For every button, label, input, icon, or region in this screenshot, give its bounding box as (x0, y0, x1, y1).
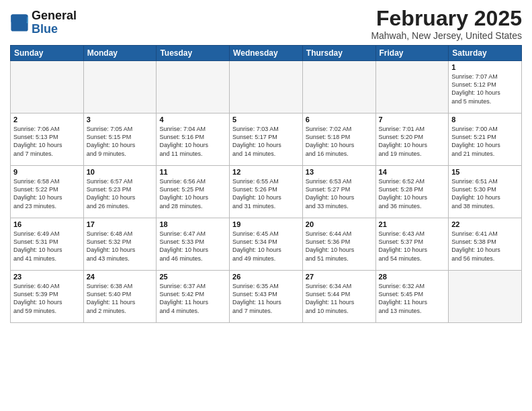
day-number: 21 (379, 220, 446, 228)
calendar-day: 10Sunrise: 6:57 AM Sunset: 5:23 PM Dayli… (83, 166, 157, 218)
day-number: 10 (87, 168, 154, 176)
day-info: Sunrise: 6:34 AM Sunset: 5:44 PM Dayligh… (306, 282, 373, 315)
calendar-day: 23Sunrise: 6:40 AM Sunset: 5:39 PM Dayli… (11, 271, 84, 323)
day-number: 6 (306, 116, 373, 124)
day-number: 22 (451, 220, 519, 228)
calendar-day: 8Sunrise: 7:00 AM Sunset: 5:21 PM Daylig… (449, 113, 522, 166)
logo-general: General (32, 9, 77, 22)
logo-icon (10, 13, 29, 32)
calendar-day: 28Sunrise: 6:32 AM Sunset: 5:45 PM Dayli… (375, 271, 449, 323)
calendar-table: Sunday Monday Tuesday Wednesday Thursday… (10, 45, 522, 323)
day-info: Sunrise: 7:02 AM Sunset: 5:18 PM Dayligh… (306, 125, 373, 158)
day-info: Sunrise: 7:01 AM Sunset: 5:20 PM Dayligh… (379, 125, 446, 158)
svg-rect-2 (11, 14, 27, 23)
day-number: 5 (232, 116, 300, 124)
day-info: Sunrise: 6:58 AM Sunset: 5:22 PM Dayligh… (13, 177, 81, 210)
col-thursday: Thursday (302, 46, 375, 61)
day-number: 2 (13, 116, 81, 124)
col-friday: Friday (375, 46, 449, 61)
calendar-day: 11Sunrise: 6:56 AM Sunset: 5:25 PM Dayli… (157, 166, 230, 218)
col-saturday: Saturday (449, 46, 522, 61)
col-tuesday: Tuesday (157, 46, 230, 61)
day-info: Sunrise: 6:37 AM Sunset: 5:42 PM Dayligh… (159, 282, 226, 315)
day-number: 24 (87, 273, 154, 281)
day-info: Sunrise: 6:48 AM Sunset: 5:32 PM Dayligh… (87, 230, 154, 263)
col-monday: Monday (83, 46, 157, 61)
day-number: 20 (306, 220, 373, 228)
calendar-day: 12Sunrise: 6:55 AM Sunset: 5:26 PM Dayli… (230, 166, 303, 218)
day-number: 25 (159, 273, 226, 281)
calendar-day: 18Sunrise: 6:47 AM Sunset: 5:33 PM Dayli… (157, 218, 230, 271)
logo-text: General Blue (32, 9, 77, 36)
calendar-day: 16Sunrise: 6:49 AM Sunset: 5:31 PM Dayli… (11, 218, 84, 271)
day-info: Sunrise: 6:38 AM Sunset: 5:40 PM Dayligh… (87, 282, 154, 315)
calendar-day (230, 61, 303, 113)
day-number: 14 (379, 168, 446, 176)
calendar-day: 15Sunrise: 6:51 AM Sunset: 5:30 PM Dayli… (449, 166, 522, 218)
logo-blue: Blue (32, 22, 58, 36)
day-info: Sunrise: 7:04 AM Sunset: 5:16 PM Dayligh… (159, 125, 226, 158)
day-info: Sunrise: 6:35 AM Sunset: 5:43 PM Dayligh… (232, 282, 300, 315)
calendar-day: 1Sunrise: 7:07 AM Sunset: 5:12 PM Daylig… (449, 61, 522, 113)
day-info: Sunrise: 6:47 AM Sunset: 5:33 PM Dayligh… (159, 230, 226, 263)
day-number: 8 (451, 116, 519, 124)
day-info: Sunrise: 6:32 AM Sunset: 5:45 PM Dayligh… (379, 282, 446, 315)
calendar-day (449, 271, 522, 323)
calendar-day: 13Sunrise: 6:53 AM Sunset: 5:27 PM Dayli… (302, 166, 375, 218)
calendar-week-1: 1Sunrise: 7:07 AM Sunset: 5:12 PM Daylig… (11, 61, 522, 113)
day-info: Sunrise: 7:05 AM Sunset: 5:15 PM Dayligh… (87, 125, 154, 158)
day-number: 3 (87, 116, 154, 124)
calendar-day: 25Sunrise: 6:37 AM Sunset: 5:42 PM Dayli… (157, 271, 230, 323)
col-sunday: Sunday (11, 46, 84, 61)
day-info: Sunrise: 7:03 AM Sunset: 5:17 PM Dayligh… (232, 125, 300, 158)
calendar-header-row: Sunday Monday Tuesday Wednesday Thursday… (11, 46, 522, 61)
calendar-day: 2Sunrise: 7:06 AM Sunset: 5:13 PM Daylig… (11, 113, 84, 166)
day-info: Sunrise: 6:57 AM Sunset: 5:23 PM Dayligh… (87, 177, 154, 210)
col-wednesday: Wednesday (230, 46, 303, 61)
day-info: Sunrise: 6:44 AM Sunset: 5:36 PM Dayligh… (306, 230, 373, 263)
logo: General Blue (10, 9, 77, 36)
day-info: Sunrise: 6:56 AM Sunset: 5:25 PM Dayligh… (159, 177, 226, 210)
header: General Blue February 2025 Mahwah, New J… (10, 7, 522, 41)
day-number: 19 (232, 220, 300, 228)
calendar-week-2: 2Sunrise: 7:06 AM Sunset: 5:13 PM Daylig… (11, 113, 522, 166)
day-info: Sunrise: 6:40 AM Sunset: 5:39 PM Dayligh… (13, 282, 81, 315)
day-info: Sunrise: 6:41 AM Sunset: 5:38 PM Dayligh… (451, 230, 519, 263)
calendar-day (11, 61, 84, 113)
day-number: 26 (232, 273, 300, 281)
day-number: 23 (13, 273, 81, 281)
day-number: 27 (306, 273, 373, 281)
day-info: Sunrise: 6:52 AM Sunset: 5:28 PM Dayligh… (379, 177, 446, 210)
calendar-day (83, 61, 157, 113)
page: General Blue February 2025 Mahwah, New J… (0, 0, 532, 411)
calendar-day: 27Sunrise: 6:34 AM Sunset: 5:44 PM Dayli… (302, 271, 375, 323)
calendar-day: 3Sunrise: 7:05 AM Sunset: 5:15 PM Daylig… (83, 113, 157, 166)
calendar-day: 22Sunrise: 6:41 AM Sunset: 5:38 PM Dayli… (449, 218, 522, 271)
day-number: 9 (13, 168, 81, 176)
calendar-day: 17Sunrise: 6:48 AM Sunset: 5:32 PM Dayli… (83, 218, 157, 271)
calendar-day (302, 61, 375, 113)
day-number: 11 (159, 168, 226, 176)
calendar-week-3: 9Sunrise: 6:58 AM Sunset: 5:22 PM Daylig… (11, 166, 522, 218)
day-number: 16 (13, 220, 81, 228)
day-info: Sunrise: 6:51 AM Sunset: 5:30 PM Dayligh… (451, 177, 519, 210)
day-number: 18 (159, 220, 226, 228)
day-info: Sunrise: 7:07 AM Sunset: 5:12 PM Dayligh… (451, 73, 519, 105)
title-block: February 2025 Mahwah, New Jersey, United… (371, 7, 522, 41)
calendar-day (157, 61, 230, 113)
calendar-day: 7Sunrise: 7:01 AM Sunset: 5:20 PM Daylig… (375, 113, 449, 166)
calendar-day: 19Sunrise: 6:45 AM Sunset: 5:34 PM Dayli… (230, 218, 303, 271)
calendar-day: 26Sunrise: 6:35 AM Sunset: 5:43 PM Dayli… (230, 271, 303, 323)
calendar-subtitle: Mahwah, New Jersey, United States (371, 30, 522, 41)
calendar-week-5: 23Sunrise: 6:40 AM Sunset: 5:39 PM Dayli… (11, 271, 522, 323)
day-info: Sunrise: 6:55 AM Sunset: 5:26 PM Dayligh… (232, 177, 300, 210)
calendar-day: 4Sunrise: 7:04 AM Sunset: 5:16 PM Daylig… (157, 113, 230, 166)
day-number: 1 (451, 63, 519, 71)
day-number: 4 (159, 116, 226, 124)
calendar-day: 20Sunrise: 6:44 AM Sunset: 5:36 PM Dayli… (302, 218, 375, 271)
calendar-title: February 2025 (371, 7, 522, 30)
calendar-day: 9Sunrise: 6:58 AM Sunset: 5:22 PM Daylig… (11, 166, 84, 218)
day-number: 15 (451, 168, 519, 176)
calendar-day (375, 61, 449, 113)
day-number: 7 (379, 116, 446, 124)
